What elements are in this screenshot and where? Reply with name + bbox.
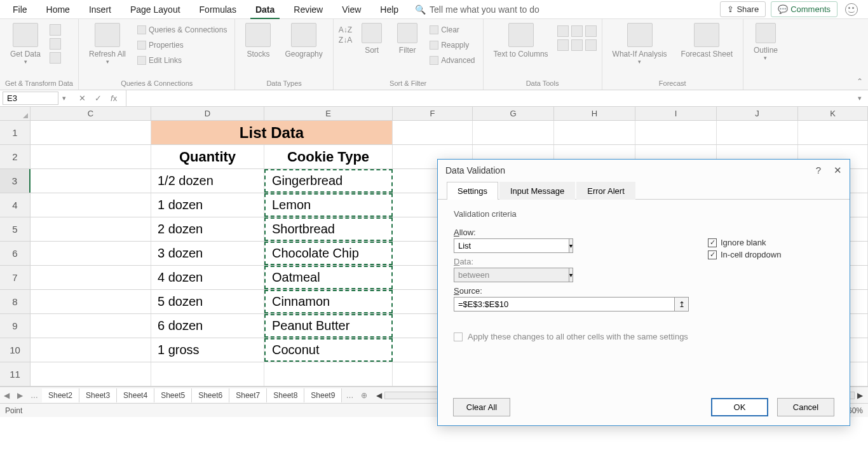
cell[interactable]	[717, 121, 798, 144]
cell-cookie[interactable]: Oatmeal	[264, 266, 393, 289]
cell[interactable]	[554, 121, 635, 144]
clear-all-button[interactable]: Clear All	[453, 398, 510, 416]
cell-quantity[interactable]: 2 dozen	[151, 217, 264, 241]
cell[interactable]	[31, 242, 151, 265]
cell-quantity[interactable]: 1 gross	[151, 338, 264, 362]
sheet-tab[interactable]: Sheet9	[304, 388, 342, 402]
cell[interactable]	[151, 362, 264, 386]
row-header-7[interactable]: 7	[0, 266, 31, 289]
accept-formula-icon[interactable]: ✓	[95, 93, 102, 103]
from-text-icon[interactable]	[50, 24, 61, 36]
allow-input[interactable]	[454, 238, 569, 253]
dialog-close-icon[interactable]: ✕	[834, 165, 842, 176]
menu-data[interactable]: Data	[247, 1, 283, 18]
reapply-button[interactable]: Reapply	[427, 39, 477, 51]
select-all-corner[interactable]	[0, 107, 31, 120]
cell-quantity[interactable]: 3 dozen	[151, 242, 264, 265]
cell-cookie[interactable]: Coconut	[264, 338, 393, 362]
menu-formulas[interactable]: Formulas	[191, 1, 245, 18]
cell[interactable]	[31, 338, 151, 362]
row-header-9[interactable]: 9	[0, 314, 31, 338]
cell[interactable]	[798, 121, 868, 144]
hscroll-right-icon[interactable]: ▶	[857, 391, 863, 400]
cell-quantity[interactable]: 6 dozen	[151, 314, 264, 338]
incell-dropdown-checkbox[interactable]: ✓ In-cell dropdown	[708, 250, 781, 259]
properties-button[interactable]: Properties	[135, 39, 229, 51]
cell[interactable]	[31, 362, 151, 386]
refresh-all-button[interactable]: Refresh All▾	[84, 22, 131, 66]
flash-fill-icon[interactable]	[557, 25, 569, 37]
hscroll-left-icon[interactable]: ◀	[376, 391, 382, 400]
cell[interactable]	[31, 145, 151, 168]
range-picker-icon[interactable]: ↥	[675, 297, 689, 312]
filter-button[interactable]: Filter	[391, 22, 423, 56]
row-header-2[interactable]: 2	[0, 145, 31, 168]
queries-connections-button[interactable]: Queries & Connections	[135, 24, 229, 36]
sheet-tab[interactable]: Sheet2	[42, 388, 79, 402]
row-header-8[interactable]: 8	[0, 290, 31, 313]
sheet-tab[interactable]: Sheet5	[154, 388, 192, 402]
from-web-icon[interactable]	[50, 38, 61, 50]
cell-quantity[interactable]: 1/2 dozen	[151, 169, 264, 193]
header-quantity[interactable]: Quantity	[151, 145, 264, 168]
cell-cookie[interactable]: Chocolate Chip	[264, 242, 393, 265]
cell-cookie[interactable]: Peanut Butter	[264, 314, 393, 338]
sheet-tab[interactable]: Sheet4	[117, 388, 154, 402]
whatif-button[interactable]: What-If Analysis▾	[607, 22, 672, 66]
row-header-11[interactable]: 11	[0, 362, 31, 386]
expand-formula-icon[interactable]: ▾	[854, 94, 865, 102]
cell-cookie[interactable]: Shortbread	[264, 217, 393, 241]
advanced-filter-button[interactable]: Advanced	[427, 55, 477, 66]
header-cookie-type[interactable]: Cookie Type	[264, 145, 393, 168]
tab-nav-more-icon[interactable]: …	[27, 391, 42, 400]
data-validation-icon[interactable]	[585, 25, 597, 37]
row-header-1[interactable]: 1	[0, 121, 31, 144]
get-data-button[interactable]: Get Data▾	[5, 22, 46, 66]
geography-button[interactable]: Geography	[280, 22, 327, 60]
edit-links-button[interactable]: Edit Links	[135, 55, 229, 66]
feedback-smiley-icon[interactable]	[845, 3, 858, 16]
row-header-10[interactable]: 10	[0, 338, 31, 362]
ok-button[interactable]: OK	[711, 398, 768, 416]
menu-insert[interactable]: Insert	[80, 1, 120, 18]
col-J[interactable]: J	[717, 107, 798, 120]
cell[interactable]	[473, 121, 554, 144]
new-sheet-icon[interactable]: ⊕	[357, 391, 371, 400]
comments-button[interactable]: 💬 Comments	[771, 1, 837, 17]
col-E[interactable]: E	[264, 107, 393, 120]
tab-nav-prev-icon[interactable]: ◀	[0, 391, 13, 400]
dialog-tab-input-message[interactable]: Input Message	[499, 182, 575, 200]
stocks-button[interactable]: Stocks	[240, 22, 276, 60]
menu-help[interactable]: Help	[371, 1, 407, 18]
col-K[interactable]: K	[798, 107, 868, 120]
source-input[interactable]	[454, 297, 675, 312]
cell[interactable]	[635, 121, 717, 144]
col-F[interactable]: F	[393, 107, 473, 120]
cancel-formula-icon[interactable]: ✕	[79, 93, 86, 103]
cell[interactable]	[31, 121, 151, 144]
sort-button[interactable]: Sort	[356, 22, 388, 56]
dialog-tab-error-alert[interactable]: Error Alert	[576, 182, 635, 200]
menu-file[interactable]: File	[4, 1, 36, 18]
cell-quantity[interactable]: 1 dozen	[151, 193, 264, 217]
fx-icon[interactable]: fx	[111, 93, 117, 103]
row-header-3[interactable]: 3	[0, 169, 31, 193]
allow-combo[interactable]: ▾	[454, 238, 568, 253]
menu-home[interactable]: Home	[37, 1, 79, 18]
ignore-blank-checkbox[interactable]: ✓ Ignore blank	[708, 238, 781, 247]
remove-dup-icon[interactable]	[571, 25, 583, 37]
cell[interactable]	[31, 169, 151, 193]
source-field[interactable]: ↥	[454, 297, 689, 312]
forecast-sheet-button[interactable]: Forecast Sheet	[676, 22, 738, 60]
cell[interactable]	[31, 217, 151, 241]
share-button[interactable]: ⇪ Share	[720, 1, 766, 17]
relationships-icon[interactable]	[571, 39, 583, 51]
cell-quantity[interactable]: 5 dozen	[151, 290, 264, 313]
cell[interactable]	[31, 193, 151, 217]
col-I[interactable]: I	[635, 107, 717, 120]
tab-nav-next-icon[interactable]: ▶	[13, 391, 27, 400]
sheet-tab[interactable]: Sheet6	[192, 388, 229, 402]
dialog-help-icon[interactable]: ?	[816, 165, 821, 176]
col-H[interactable]: H	[554, 107, 635, 120]
chevron-down-icon[interactable]: ▾	[569, 238, 573, 253]
